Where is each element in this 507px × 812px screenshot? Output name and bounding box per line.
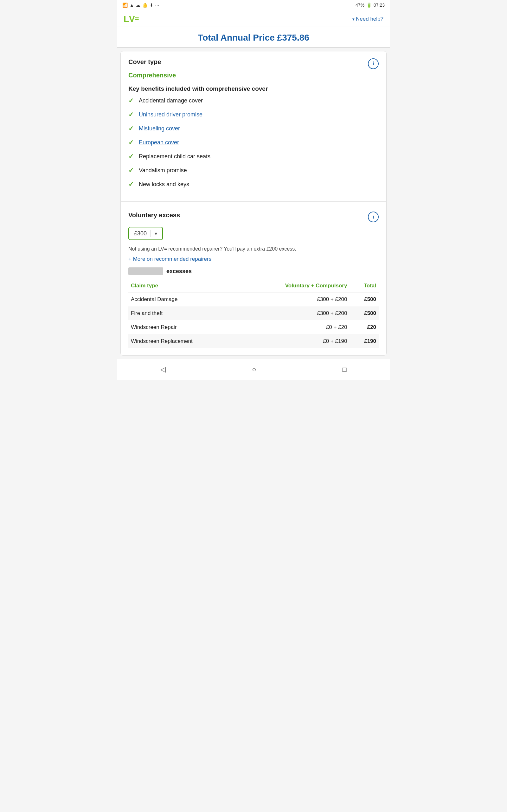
benefit-misfueling: ✓ Misfueling cover — [128, 125, 379, 132]
misfueling-link[interactable]: Misfueling cover — [139, 125, 180, 132]
col-voluntary-compulsory: Voluntary + Compulsory — [239, 280, 349, 293]
voluntary-excess-section: Voluntary excess i £300 ▾ Not using an L… — [121, 205, 386, 355]
cell-voluntary-compulsory: £0 + £190 — [239, 334, 349, 348]
signal-icon: ▲ — [130, 3, 134, 8]
cell-total: £190 — [349, 334, 379, 348]
logo-l: L — [124, 14, 129, 24]
cell-voluntary-compulsory: £0 + £20 — [239, 320, 349, 334]
dropdown-divider — [151, 230, 151, 237]
price-banner: Total Annual Price £375.86 — [117, 27, 390, 48]
col-claim-type: Claim type — [128, 280, 239, 293]
benefit-text: New locks and keys — [139, 181, 189, 188]
benefit-accidental-damage: ✓ Accidental damage cover — [128, 97, 379, 104]
section-divider — [121, 203, 386, 203]
battery-percent: 47% — [355, 3, 364, 8]
excesses-label: excesses — [166, 268, 192, 275]
table-heading-row: excesses — [128, 267, 379, 275]
cell-claim-type: Windscreen Repair — [128, 320, 239, 334]
main-content: Cover type i Comprehensive Key benefits … — [120, 51, 387, 356]
benefit-vandalism-promise: ✓ Vandalism promise — [128, 166, 379, 174]
benefit-text: Vandalism promise — [139, 167, 187, 174]
excess-title: Voluntary excess — [128, 212, 180, 219]
table-header-row: Claim type Voluntary + Compulsory Total — [128, 280, 379, 293]
european-cover-link[interactable]: European cover — [139, 139, 179, 146]
chevron-down-icon: ▾ — [352, 17, 354, 21]
check-icon: ✓ — [128, 125, 134, 132]
notifications-icon: 🔔 — [142, 3, 148, 8]
download-icon: ⬇ — [150, 3, 153, 8]
need-help-label: Need help? — [356, 16, 383, 22]
table-row: Accidental Damage £300 + £200 £500 — [128, 293, 379, 307]
check-icon: ✓ — [128, 166, 134, 174]
check-icon: ✓ — [128, 97, 134, 104]
cell-claim-type: Fire and theft — [128, 306, 239, 320]
cover-type-header: Cover type i — [128, 58, 379, 69]
status-left: 📶 ▲ ☁ 🔔 ⬇ ··· — [122, 3, 159, 8]
excess-header: Voluntary excess i — [128, 212, 379, 222]
cover-type-section: Cover type i Comprehensive Key benefits … — [121, 51, 386, 202]
check-icon: ✓ — [128, 139, 134, 146]
status-bar: 📶 ▲ ☁ 🔔 ⬇ ··· 47% 🔋 07:23 — [117, 0, 390, 10]
table-row: Windscreen Replacement £0 + £190 £190 — [128, 334, 379, 348]
need-help-button[interactable]: ▾ Need help? — [352, 16, 383, 22]
cover-type-value: Comprehensive — [128, 72, 379, 79]
wifi-icon: 📶 — [122, 3, 128, 8]
benefits-heading: Key benefits included with comprehensive… — [128, 85, 379, 92]
check-icon: ✓ — [128, 153, 134, 160]
back-button[interactable]: ◁ — [154, 363, 172, 375]
status-right: 47% 🔋 07:23 — [355, 3, 385, 8]
table-row: Fire and theft £300 + £200 £500 — [128, 306, 379, 320]
benefit-new-locks: ✓ New locks and keys — [128, 181, 379, 188]
excess-value: £300 — [134, 230, 147, 237]
bottom-nav: ◁ ○ □ — [117, 359, 390, 380]
repairer-note: Not using an LV= recommended repairer? Y… — [128, 245, 379, 253]
benefit-text: Replacement child car seats — [139, 153, 210, 160]
excesses-table-section: excesses Claim type Voluntary + Compulso… — [128, 262, 379, 348]
cover-type-title: Cover type — [128, 58, 161, 66]
excess-info-button[interactable]: i — [368, 212, 379, 222]
logo-eq: = — [135, 15, 138, 23]
logo-v: V — [129, 14, 135, 24]
table-row: Windscreen Repair £0 + £20 £20 — [128, 320, 379, 334]
more-icon: ··· — [155, 3, 159, 8]
cell-claim-type: Windscreen Replacement — [128, 334, 239, 348]
benefit-uninsured-driver: ✓ Uninsured driver promise — [128, 111, 379, 118]
benefit-child-car-seats: ✓ Replacement child car seats — [128, 153, 379, 160]
cell-total: £20 — [349, 320, 379, 334]
cell-claim-type: Accidental Damage — [128, 293, 239, 307]
header: L V = ▾ Need help? — [117, 10, 390, 27]
uninsured-driver-link[interactable]: Uninsured driver promise — [139, 111, 203, 118]
benefit-european-cover: ✓ European cover — [128, 139, 379, 146]
benefit-text: Accidental damage cover — [139, 97, 203, 104]
home-button[interactable]: ○ — [245, 363, 262, 375]
time-display: 07:23 — [374, 3, 385, 8]
cell-voluntary-compulsory: £300 + £200 — [239, 293, 349, 307]
cover-type-info-button[interactable]: i — [368, 58, 379, 69]
cloud-icon: ☁ — [136, 3, 140, 8]
cell-total: £500 — [349, 293, 379, 307]
check-icon: ✓ — [128, 111, 134, 118]
col-total: Total — [349, 280, 379, 293]
more-repairers-link[interactable]: + More on recommended repairers — [128, 256, 211, 262]
excess-dropdown[interactable]: £300 ▾ — [128, 227, 163, 240]
total-annual-price: Total Annual Price £375.86 — [124, 33, 383, 43]
cell-total: £500 — [349, 306, 379, 320]
battery-icon: 🔋 — [366, 3, 372, 8]
menu-button[interactable]: □ — [336, 363, 353, 375]
lv-logo: L V = — [124, 14, 138, 24]
check-icon: ✓ — [128, 181, 134, 188]
excesses-table: Claim type Voluntary + Compulsory Total … — [128, 280, 379, 348]
chevron-down-icon: ▾ — [155, 231, 157, 237]
blurred-text — [128, 267, 163, 275]
cell-voluntary-compulsory: £300 + £200 — [239, 306, 349, 320]
